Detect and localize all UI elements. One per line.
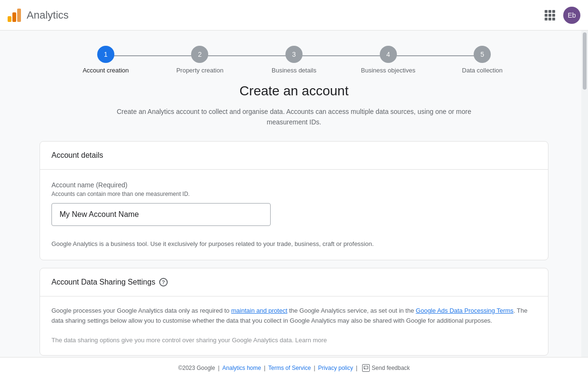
separator-4: | [356,365,357,371]
stepper: 1 Account creation 2 Property creation 3… [40,31,548,83]
google-ads-terms-link[interactable]: Google Ads Data Processing Terms [416,307,514,314]
data-sharing-header: Account Data Sharing Settings ? [40,268,548,296]
logo-bar-2 [12,12,16,22]
account-name-hint: Accounts can contain more than one measu… [51,191,537,197]
scrollbar[interactable] [581,31,588,378]
step-2-circle: 2 [191,46,208,63]
data-sharing-card: Account Data Sharing Settings ? Google p… [40,268,548,355]
step-2-label: Property creation [176,67,223,74]
analytics-logo [8,9,21,22]
main-content: 1 Account creation 2 Property creation 3… [32,31,556,378]
step-4-label: Business objectives [361,67,416,74]
data-sharing-fade-text: The data sharing options give you more c… [40,336,548,355]
scrollbar-thumb[interactable] [583,32,587,90]
account-details-card: Account details Account name (Required) … [40,141,548,261]
feedback-icon [362,364,370,372]
step-4: 4 Business objectives [341,46,436,74]
separator-1: | [218,365,219,371]
app-title: Analytics [27,9,69,21]
analytics-home-link[interactable]: Analytics home [223,365,261,371]
step-5: 5 Data collection [435,46,529,74]
terms-of-service-link[interactable]: Terms of Service [268,365,311,371]
help-icon[interactable]: ? [159,278,168,286]
separator-2: | [264,365,265,371]
apps-grid-button[interactable] [540,6,559,25]
data-sharing-body: Google processes your Google Analytics d… [40,296,548,336]
user-avatar[interactable]: Eb [563,7,580,24]
step-3-circle: 3 [285,46,303,63]
grid-dots-icon [545,10,555,20]
page-title: Create an account [40,83,548,99]
page-footer: ©2023 Google | Analytics home | Terms of… [0,357,588,378]
data-sharing-title: Account Data Sharing Settings [51,278,155,286]
step-4-circle: 4 [380,46,397,63]
maintain-protect-link[interactable]: maintain and protect [231,307,287,314]
logo-bar-3 [17,9,21,22]
account-details-body: Account name (Required) Accounts can con… [40,170,548,260]
step-3-label: Business details [272,67,316,74]
step-1-label: Account creation [82,67,129,74]
privacy-policy-link[interactable]: Privacy policy [318,365,353,371]
data-sharing-text-1: Google processes your Google Analytics d… [51,307,231,314]
header-right: Eb [540,6,580,25]
step-1-circle: 1 [97,46,114,63]
business-note: Google Analytics is a business tool. Use… [51,239,537,249]
step-2: 2 Property creation [153,46,247,74]
step-3: 3 Business details [247,46,341,74]
header-left: Analytics [8,9,69,22]
logo-bar-1 [8,16,11,22]
account-name-label: Account name (Required) [51,181,537,189]
step-1: 1 Account creation [59,46,153,74]
app-header: Analytics Eb [0,0,588,31]
data-sharing-text-2: the Google Analytics service, as set out… [287,307,416,314]
send-feedback-label: Send feedback [372,365,410,371]
separator-3: | [314,365,315,371]
step-5-circle: 5 [474,46,491,63]
account-name-input[interactable] [51,203,271,226]
account-details-header: Account details [40,142,548,170]
step-5-label: Data collection [462,67,503,74]
send-feedback-button[interactable]: Send feedback [362,364,410,372]
page-subtitle: Create an Analytics account to collect a… [113,106,475,128]
copyright: ©2023 Google [178,365,215,371]
